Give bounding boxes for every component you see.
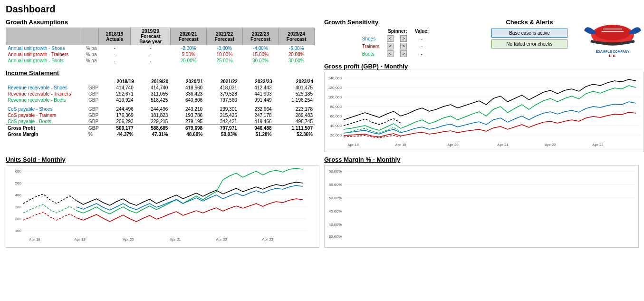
growth-shoes-label: Annual unit growth - Shoes	[6, 45, 82, 52]
svg-text:LTD.: LTD.	[609, 54, 616, 58]
base-case-alert: Base case is active	[491, 29, 567, 38]
svg-text:45.00%: 45.00%	[329, 209, 342, 214]
svg-text:100,000: 100,000	[328, 95, 342, 99]
gross-margin-pct-section: Gross Margin % - Monthly 60.00% 55.00% 5…	[319, 156, 639, 248]
growth-shoes-2019: -	[131, 45, 171, 52]
spinner-boots-right[interactable]: >	[397, 50, 411, 58]
gross-margin-pct-title: Gross Margin % - Monthly	[324, 156, 639, 163]
growth-trainers-2022: 15.00%	[242, 51, 279, 58]
spinner-trainers-label: Trainers	[359, 42, 384, 50]
income-col-curr	[87, 78, 101, 85]
growth-shoes-2020: -2.00%	[171, 45, 207, 52]
gross-profit-svg: 140,000 120,000 100,000 80,000 60,000 40…	[325, 72, 643, 151]
col-header-2022: 2022/23Forecast	[242, 28, 279, 45]
growth-boots-unit: % pa	[82, 58, 99, 64]
growth-boots-2019: -	[131, 58, 171, 64]
spinner-shoes-label: Shoes	[359, 35, 384, 42]
svg-text:Apr 20: Apr 20	[123, 237, 134, 242]
income-statement-title: Income Statement	[6, 69, 315, 77]
growth-boots-2018: -	[99, 58, 131, 64]
col-header-unit	[82, 28, 99, 45]
growth-assumptions-title: Growth Assumptions	[6, 19, 315, 26]
growth-sensitivity-title: Growth Sensitivity	[324, 19, 468, 26]
svg-text:Apr 22: Apr 22	[545, 143, 556, 147]
gross-margin-svg: 60.00% 55.00% 50.00% 45.00% 40.00% 35.00…	[325, 165, 638, 246]
svg-text:Apr 23: Apr 23	[592, 143, 604, 147]
growth-boots-row: Annual unit growth - Boots % pa - - 20.0…	[6, 58, 315, 64]
svg-text:120,000: 120,000	[328, 86, 342, 90]
growth-trainers-2018: -	[99, 51, 131, 58]
svg-text:200: 200	[15, 217, 22, 221]
spinner-trainers-row: Trainers < > -	[359, 42, 433, 50]
spinner-shoes-right[interactable]: >	[397, 35, 411, 42]
growth-assumptions-table: 2018/19Actuals 2019/20ForecastBase year …	[6, 28, 315, 64]
spinner-trainers-right[interactable]: >	[397, 42, 411, 50]
left-column: Growth Assumptions 2018/19Actuals 2019/2…	[6, 19, 319, 152]
income-statement-section: Income Statement 2018/19 2019/20 2020/21…	[6, 69, 315, 137]
income-col-label	[6, 78, 87, 85]
svg-text:55.00%: 55.00%	[329, 183, 342, 187]
svg-text:50.00%: 50.00%	[329, 196, 342, 200]
svg-text:Apr 21: Apr 21	[497, 143, 509, 147]
spinner-boots-value: -	[411, 50, 433, 58]
svg-text:Apr 19: Apr 19	[395, 143, 406, 147]
gross-margin-row: Gross Margin % 44.37%47.31%48.69%50.03%5…	[6, 131, 315, 137]
col-header-2021: 2021/22Forecast	[207, 28, 243, 45]
income-statement-table: 2018/19 2019/20 2020/21 2021/22 2022/23 …	[6, 78, 315, 137]
spinner-shoes-value: -	[411, 35, 433, 42]
svg-text:Apr 18: Apr 18	[347, 143, 359, 147]
col-header-label	[6, 28, 82, 45]
units-sold-svg: 600 500 400 300 200 100 Apr 18 Apr 19	[6, 165, 310, 246]
gross-margin-chart: 60.00% 55.00% 50.00% 45.00% 40.00% 35.00…	[324, 165, 639, 248]
svg-text:300: 300	[15, 205, 22, 209]
page-title: Dashboard	[6, 4, 638, 15]
company-logo-area: EXAMPLE COMPANY LTD.	[582, 19, 644, 60]
svg-text:80,000: 80,000	[330, 105, 342, 109]
growth-trainers-unit: % pa	[82, 51, 99, 58]
income-trainers-row: Revenue receivable - Trainers GBP 292,67…	[6, 91, 315, 97]
income-col-2022: 2022/23	[239, 78, 274, 85]
income-boots-row: Revenue receivable - Boots GBP 419,92451…	[6, 97, 315, 103]
cos-boots-row: CoS payable - Boots GBP 206,293229,21527…	[6, 118, 315, 125]
svg-text:20,000: 20,000	[330, 133, 342, 137]
spinner-trainers-left[interactable]: <	[384, 42, 397, 50]
col-header-2019: 2019/20ForecastBase year	[131, 28, 171, 45]
units-sold-section: Units Sold - Monthly 600 500 400 300 200…	[6, 156, 319, 248]
growth-shoes-2018: -	[99, 45, 131, 52]
units-sold-title: Units Sold - Monthly	[6, 156, 319, 163]
svg-text:600: 600	[15, 169, 22, 174]
growth-boots-2022: 30.00%	[242, 58, 279, 64]
gross-profit-row: Gross Profit GBP 500,177588,685679,69879…	[6, 125, 315, 132]
spinner-boots-left[interactable]: <	[384, 50, 397, 58]
svg-text:400: 400	[15, 193, 22, 197]
svg-text:500: 500	[15, 181, 22, 185]
gross-profit-chart-section: Gross profit (GBP) - Monthly 140,000 120…	[324, 63, 644, 152]
growth-boots-2021: 25.00%	[207, 58, 243, 64]
main-grid: Growth Assumptions 2018/19Actuals 2019/2…	[6, 19, 638, 152]
growth-boots-label: Annual unit growth - Boots	[6, 58, 82, 64]
svg-text:60,000: 60,000	[330, 114, 342, 118]
income-col-2023: 2023/24	[274, 78, 315, 85]
spinner-shoes-left[interactable]: <	[384, 35, 397, 42]
growth-trainers-row: Annual unit growth - Trainers % pa - - 5…	[6, 51, 315, 58]
svg-text:Apr 19: Apr 19	[74, 237, 86, 242]
spinner-trainers-value: -	[411, 42, 433, 50]
income-col-2018: 2018/19	[101, 78, 135, 85]
growth-trainers-2019: -	[131, 51, 171, 58]
svg-text:Apr 20: Apr 20	[447, 143, 459, 147]
dashboard: Dashboard Growth Assumptions 2018/19Actu…	[0, 0, 644, 252]
bottom-charts-grid: Units Sold - Monthly 600 500 400 300 200…	[6, 156, 638, 248]
checks-alerts-title: Checks & Alerts	[482, 19, 577, 26]
spinner-col-label	[359, 28, 384, 35]
col-header-2023: 2023/24Forecast	[279, 28, 315, 45]
cos-shoes-row: CoS payable - Shoes GBP 244,496244,49624…	[6, 106, 315, 112]
growth-trainers-2021: 10.00%	[207, 51, 243, 58]
income-col-2020: 2020/21	[170, 78, 204, 85]
no-errors-alert: No failed error checks	[491, 39, 567, 49]
gross-profit-chart-title: Gross profit (GBP) - Monthly	[324, 63, 644, 70]
svg-text:Apr 18: Apr 18	[29, 237, 40, 242]
svg-text:140,000: 140,000	[328, 76, 342, 80]
growth-boots-2023: 30.00%	[279, 58, 315, 64]
right-top-row: Growth Sensitivity Spinner: Value: Shoes	[324, 19, 644, 60]
right-column: Growth Sensitivity Spinner: Value: Shoes	[319, 19, 644, 152]
